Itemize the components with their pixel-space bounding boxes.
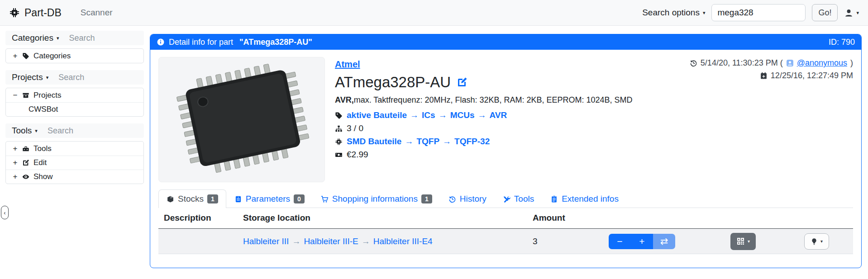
chevron-down-icon: ▾ — [35, 128, 38, 133]
part-description: AVR,max. Taktfrequenz: 20MHz, Flash: 32K… — [335, 95, 690, 105]
sidebar-panel-projects: Projects ▾ − Projects CWSBot — [5, 70, 144, 117]
expand-toggle[interactable]: + — [12, 158, 18, 167]
category-link[interactable]: ICs — [422, 110, 435, 120]
sidebar-item-categories[interactable]: + Categories — [6, 49, 143, 63]
projects-search-input[interactable] — [51, 73, 140, 82]
eye-icon — [22, 173, 29, 180]
qr-code-icon — [736, 237, 745, 246]
chevron-down-icon: ▾ — [57, 36, 59, 41]
tab-stocks[interactable]: Stocks 1 — [158, 189, 226, 208]
stocks-count-badge: 1 — [207, 194, 218, 203]
search-input[interactable] — [711, 4, 806, 21]
stock-ratio-row: 3 / 0 — [335, 123, 690, 133]
part-meta: 5/14/20, 11:30:23 PM ( @anonymous ) 12/2… — [690, 57, 853, 84]
pencil-square-icon — [22, 159, 29, 166]
part-name-title: ATmega328P-AU — [335, 74, 451, 91]
user-menu-dropdown[interactable]: ▾ — [844, 8, 859, 18]
sidebar-item-projects[interactable]: − Projects — [6, 88, 143, 102]
storage-location-link[interactable]: Halbleiter III-E4 — [373, 236, 433, 246]
category-link[interactable]: MCUs — [450, 110, 475, 120]
stocks-table: Description Storage location Amount Halb… — [158, 208, 853, 254]
chevron-down-icon: ▾ — [748, 239, 750, 244]
expand-toggle[interactable]: + — [12, 52, 18, 61]
category-link[interactable]: aktive Bauteile — [347, 110, 407, 120]
chevron-down-icon: ▾ — [703, 10, 706, 15]
user-avatar-icon — [786, 59, 794, 67]
nav-item-scanner[interactable]: Scanner — [81, 8, 113, 18]
manufacturer-link[interactable]: Atmel — [335, 59, 360, 70]
tree-item-label: Categories — [33, 52, 71, 61]
storage-location-link[interactable]: Halbleiter III — [243, 236, 289, 246]
footprint-link[interactable]: TQFP — [416, 137, 439, 146]
footprint-link[interactable]: SMD Bauteile — [347, 137, 401, 146]
header-prefix: Detail info for part — [169, 38, 233, 47]
sidebar-collapse-button[interactable]: ‹ — [1, 206, 9, 219]
archive-box-icon — [22, 92, 29, 99]
search-options-dropdown[interactable]: Search options ▾ — [642, 8, 705, 18]
tab-shopping-informations[interactable]: Shopping informations 1 — [313, 189, 440, 208]
tab-history[interactable]: History — [440, 189, 495, 208]
lightbulb-icon — [811, 238, 818, 245]
microchip-icon — [9, 7, 20, 18]
expand-toggle[interactable]: + — [12, 144, 18, 153]
sidebar-item-cwsbot[interactable]: CWSBot — [6, 102, 143, 116]
edit-part-icon[interactable] — [457, 77, 467, 88]
storage-location-link[interactable]: Halbleiter III-E — [304, 236, 358, 246]
amount-stepper: − + ⇄ — [609, 234, 675, 249]
category-breadcrumb: aktive Bauteile→ICs→MCUs→AVR — [335, 110, 690, 120]
info-circle-icon — [157, 38, 165, 46]
table-header-row: Description Storage location Amount — [158, 208, 853, 229]
collapse-toggle-minus[interactable]: − — [12, 91, 18, 100]
sidebar-item-tools[interactable]: + Tools — [6, 142, 143, 156]
sidebar-item-edit[interactable]: + Edit — [6, 156, 143, 170]
toolbox-icon — [22, 145, 29, 152]
history-icon — [448, 195, 456, 203]
calendar-plus-icon — [760, 72, 768, 80]
categories-search-input[interactable] — [62, 33, 140, 43]
parameters-count-badge: 0 — [294, 194, 305, 203]
part-image[interactable] — [158, 57, 325, 182]
microchip-icon — [335, 138, 343, 146]
qr-label-dropdown-button[interactable]: ▾ — [730, 233, 756, 250]
sidebar-item-show[interactable]: + Show — [6, 170, 143, 184]
created-row: 12/25/16, 12:27:49 PM — [690, 71, 853, 80]
box-icon — [167, 195, 174, 203]
increase-amount-button[interactable]: + — [631, 234, 653, 249]
tag-icon — [22, 52, 29, 60]
tab-tools[interactable]: Tools — [495, 189, 542, 208]
stock-ratio-value: 3 / 0 — [347, 123, 363, 133]
projects-dropdown[interactable]: Projects ▾ — [9, 72, 51, 82]
tree-item-label: CWSBot — [29, 105, 58, 114]
tools-dropdown[interactable]: Tools ▾ — [9, 126, 40, 136]
parameters-icon — [234, 195, 242, 203]
user-link[interactable]: @anonymous — [797, 58, 847, 68]
led-locate-dropdown-button[interactable]: ▾ — [804, 233, 829, 250]
app-brand[interactable]: Part-DB — [9, 7, 62, 19]
go-button[interactable]: Go! — [812, 4, 838, 21]
sitemap-icon — [335, 125, 343, 132]
sidebar-panel-categories: Categories ▾ + Categories — [5, 31, 144, 63]
chevron-down-icon: ▾ — [856, 10, 859, 15]
tab-parameters[interactable]: Parameters 0 — [226, 189, 313, 208]
shopping-count-badge: 1 — [421, 194, 432, 203]
cart-icon — [321, 195, 329, 203]
tools-icon — [503, 195, 510, 203]
panel-header: Tools ▾ — [5, 123, 144, 138]
move-stock-button[interactable]: ⇄ — [653, 234, 675, 249]
categories-dropdown[interactable]: Categories ▾ — [9, 33, 62, 43]
column-description: Description — [158, 208, 238, 229]
tree-item-label: Show — [33, 172, 53, 181]
tab-extended-infos[interactable]: Extended infos — [542, 189, 627, 208]
chevron-down-icon: ▾ — [46, 75, 49, 80]
expand-toggle[interactable]: + — [12, 172, 18, 181]
category-link[interactable]: AVR — [490, 110, 507, 120]
chevron-down-icon: ▾ — [820, 239, 823, 244]
tools-search-input[interactable] — [40, 126, 140, 136]
footprint-link[interactable]: TQFP-32 — [454, 137, 490, 146]
part-id: ID: 790 — [829, 38, 855, 47]
price-row: €2.99 — [335, 150, 690, 160]
header-part-name: "ATmega328P-AU" — [239, 38, 312, 47]
sidebar: Categories ▾ + Categories Projects ▾ — [5, 31, 144, 191]
decrease-amount-button[interactable]: − — [609, 234, 631, 249]
column-amount: Amount — [527, 208, 603, 229]
